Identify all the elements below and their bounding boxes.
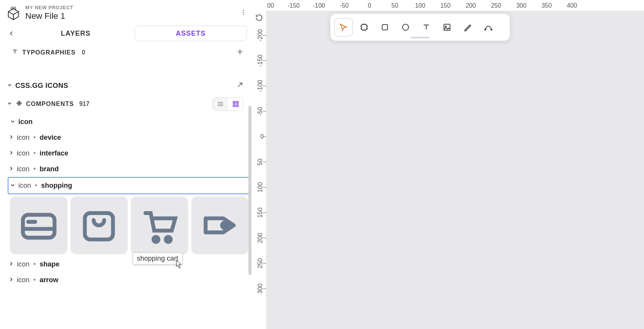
svg-point-6 <box>491 29 492 30</box>
view-toggle <box>212 97 244 111</box>
image-tool[interactable] <box>438 18 456 36</box>
chevron-down-icon <box>10 182 15 190</box>
svg-point-19 <box>166 237 171 242</box>
pen-tool[interactable] <box>458 18 477 36</box>
list-view-button[interactable] <box>213 98 228 111</box>
ruler-tick: 150 <box>440 2 451 9</box>
svg-point-20 <box>222 223 228 228</box>
ruler-dash <box>263 111 266 112</box>
scrollbar-thumb[interactable] <box>248 106 251 275</box>
category-prefix: icon <box>18 182 31 190</box>
svg-rect-0 <box>361 25 367 30</box>
svg-point-7 <box>243 10 244 11</box>
ruler-tick: -150 <box>288 2 300 9</box>
ruler-dash <box>263 61 266 61</box>
toolbar-drag-handle[interactable] <box>411 37 430 38</box>
category-icon-device[interactable]: icon • device <box>0 130 253 145</box>
svg-point-4 <box>445 26 447 27</box>
component-shopping-cart[interactable] <box>131 197 188 254</box>
category-icon-root[interactable]: icon <box>0 114 253 130</box>
ruler-tick: 250 <box>491 2 501 9</box>
typographies-section[interactable]: TYPOGRAPHIES 0 <box>0 43 253 62</box>
category-icon-shape[interactable]: icon • shape <box>0 256 253 272</box>
move-tool[interactable] <box>334 18 353 36</box>
chevron-right-icon <box>8 276 14 284</box>
component-thumbnail-grid <box>0 194 253 254</box>
dot-separator: • <box>35 182 37 190</box>
open-library-icon[interactable] <box>236 81 244 90</box>
svg-point-8 <box>243 12 244 13</box>
design-canvas[interactable] <box>266 11 644 329</box>
back-button[interactable] <box>6 26 17 41</box>
library-section[interactable]: CSS.GG ICONS <box>0 77 253 94</box>
tooltip: shopping cart <box>133 253 182 265</box>
svg-rect-15 <box>237 105 238 107</box>
svg-rect-16 <box>23 215 55 238</box>
left-ruler[interactable]: -200 -150 -100 -50 0 50 100 150 200 250 … <box>253 11 266 329</box>
svg-rect-3 <box>444 24 450 30</box>
category-icon-arrow[interactable]: icon • arrow <box>0 272 253 288</box>
dot-separator: • <box>33 276 36 284</box>
svg-rect-14 <box>233 105 235 107</box>
chevron-right-icon <box>8 149 14 157</box>
left-panel: MY NEW PROJECT New File 1 LAYERS ASSETS … <box>0 0 253 329</box>
ruler-dash <box>263 162 266 162</box>
ruler-tick: 350 <box>542 2 552 9</box>
category-icon-shopping[interactable]: icon • shopping <box>8 177 249 194</box>
file-name[interactable]: New File 1 <box>25 11 235 21</box>
ruler-dash <box>263 263 266 264</box>
components-label: COMPONENTS <box>26 101 74 107</box>
ruler-tick: 400 <box>567 2 577 9</box>
ruler-tick: 00 <box>267 2 274 9</box>
svg-point-9 <box>243 13 244 15</box>
category-icon-interface[interactable]: icon • interface <box>0 145 253 161</box>
panel-scrollbar[interactable] <box>248 45 251 283</box>
ruler-tick: 50 <box>391 2 398 9</box>
typographies-label: TYPOGRAPHIES <box>22 49 76 56</box>
category-name: brand <box>39 165 59 173</box>
category-name: shape <box>39 260 59 268</box>
project-logo-icon[interactable] <box>6 6 21 20</box>
typographies-count: 0 <box>82 49 85 56</box>
text-tool[interactable] <box>417 18 435 36</box>
category-prefix: icon <box>17 260 30 268</box>
curve-tool[interactable] <box>479 18 498 36</box>
ruler-dash <box>263 187 266 188</box>
ruler-dash <box>263 289 266 289</box>
ruler-dash <box>263 213 266 213</box>
components-count: 917 <box>79 101 90 107</box>
cursor-pointer-icon <box>176 260 182 270</box>
ruler-tick: -50 <box>340 2 348 9</box>
components-section[interactable]: COMPONENTS 917 <box>0 94 253 114</box>
component-price-tag[interactable] <box>191 197 249 254</box>
category-icon-brand[interactable]: icon • brand <box>0 161 253 177</box>
category-prefix: icon <box>17 134 30 142</box>
history-icon[interactable] <box>255 14 263 23</box>
menu-kebab-icon[interactable] <box>240 9 247 17</box>
chevron-right-icon <box>8 165 14 173</box>
ellipse-tool[interactable] <box>396 18 415 36</box>
tab-layers[interactable]: LAYERS <box>20 26 131 41</box>
component-shopping-bag[interactable] <box>71 197 128 254</box>
frame-tool[interactable] <box>355 18 373 36</box>
category-name: shopping <box>41 182 72 190</box>
add-typography-button[interactable] <box>236 48 244 57</box>
tab-assets[interactable]: ASSETS <box>135 26 247 41</box>
category-prefix: icon <box>17 149 30 157</box>
ruler-tick: -100 <box>313 2 325 9</box>
rectangle-tool[interactable] <box>376 18 394 36</box>
ruler-tick: 300 <box>516 2 527 9</box>
ruler-dash <box>263 238 266 238</box>
svg-point-11 <box>18 103 20 104</box>
chevron-right-icon <box>8 260 14 268</box>
panel-tabs: LAYERS ASSETS <box>0 24 253 43</box>
category-name: device <box>39 134 61 142</box>
component-credit-card[interactable] <box>10 197 67 254</box>
top-ruler[interactable]: 00 -150 -100 -50 0 50 100 150 200 250 30… <box>253 0 644 11</box>
category-prefix: icon <box>17 276 30 284</box>
dot-separator: • <box>33 165 36 173</box>
ruler-dash <box>263 86 266 86</box>
chevron-down-icon <box>10 118 15 126</box>
grid-view-button[interactable] <box>228 98 243 111</box>
category-label: icon <box>18 118 33 126</box>
